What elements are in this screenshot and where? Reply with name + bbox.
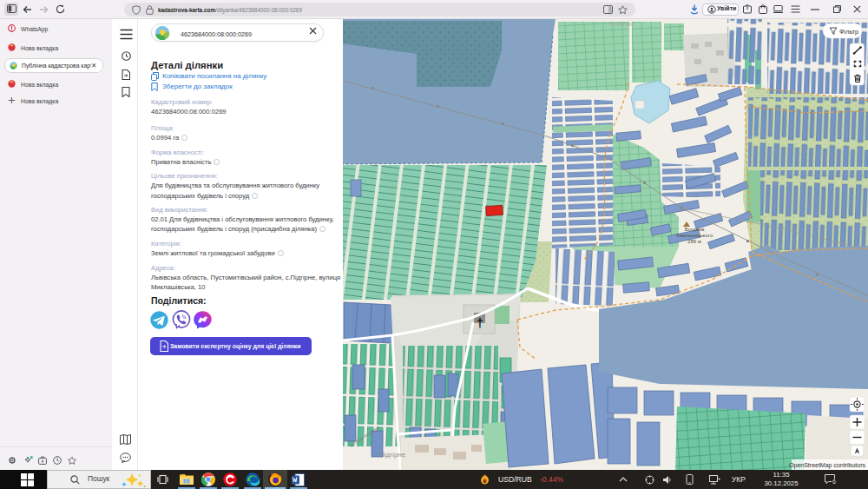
svg-text:Фільтр: Фільтр bbox=[839, 28, 858, 36]
svg-text:Підгірне: Підгірне bbox=[379, 451, 406, 459]
svg-text:†: † bbox=[477, 316, 483, 330]
svg-text:6: 6 bbox=[832, 479, 836, 485]
svg-text:Богдана: Богдана bbox=[685, 227, 705, 232]
svg-text:Хмельницького: Хмельницького bbox=[676, 233, 713, 238]
svg-text:289 м: 289 м bbox=[687, 239, 701, 244]
svg-text:OpenStreetMap contributors: OpenStreetMap contributors bbox=[789, 462, 865, 469]
svg-text:Сонечко: Сонечко bbox=[610, 21, 634, 27]
